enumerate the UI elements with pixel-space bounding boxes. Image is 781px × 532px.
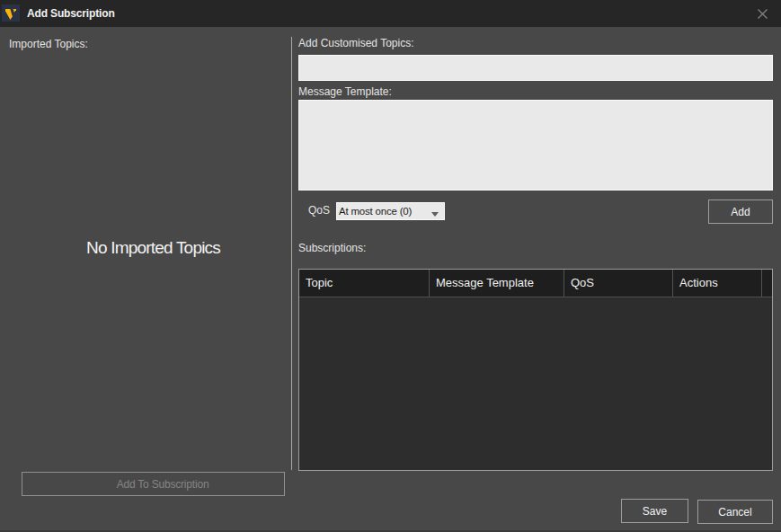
window-title: Add Subscription [27, 0, 115, 27]
title-bar: Add Subscription [0, 0, 781, 27]
logo-v-glyph [2, 4, 20, 22]
column-header-actions[interactable]: Actions [673, 270, 762, 297]
subscriptions-label: Subscriptions: [298, 242, 366, 254]
qos-selected-value: At most once (0) [339, 203, 412, 219]
message-template-label: Message Template: [298, 85, 392, 98]
add-subscription-dialog: Add Subscription Imported Topics: No Imp… [0, 0, 781, 532]
subscriptions-table: Topic Message Template QoS Actions [298, 269, 773, 471]
no-imported-topics-text: No Imported Topics [22, 238, 285, 258]
panel-divider [291, 37, 292, 470]
column-header-filler [762, 270, 772, 297]
app-logo-icon [2, 4, 20, 22]
save-button[interactable]: Save [621, 499, 688, 523]
add-button[interactable]: Add [708, 200, 773, 224]
column-header-message-template[interactable]: Message Template [430, 270, 564, 297]
qos-dropdown[interactable]: At most once (0) [336, 202, 445, 220]
qos-label: QoS [308, 204, 330, 217]
column-header-qos[interactable]: QoS [564, 270, 673, 297]
customised-topics-label: Add Customised Topics: [298, 37, 414, 49]
customised-topic-input[interactable] [298, 55, 773, 81]
close-icon [758, 9, 768, 19]
add-to-subscription-button[interactable]: Add To Subscription [22, 472, 285, 496]
imported-topics-label: Imported Topics: [9, 38, 88, 50]
subscriptions-table-body [299, 298, 772, 470]
column-header-topic[interactable]: Topic [299, 270, 430, 297]
chevron-down-icon [431, 212, 439, 217]
subscriptions-table-header: Topic Message Template QoS Actions [299, 270, 772, 297]
cancel-button[interactable]: Cancel [697, 500, 773, 524]
message-template-input[interactable] [298, 100, 773, 191]
close-button[interactable] [752, 0, 772, 27]
